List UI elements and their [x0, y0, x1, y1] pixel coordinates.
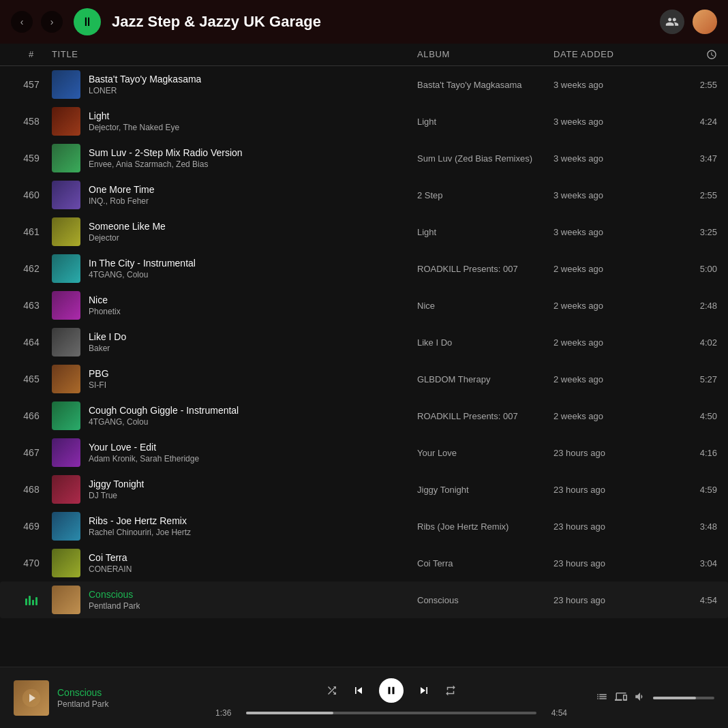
- track-duration: 4:50: [663, 411, 717, 421]
- track-number: 466: [11, 410, 52, 421]
- track-row[interactable]: 461 Someone Like Me Dejector Light 3 wee…: [0, 213, 728, 250]
- player-track-section: Conscious Pentland Park: [14, 680, 204, 716]
- queue-button[interactable]: [596, 691, 608, 706]
- track-thumbnail: [52, 475, 80, 504]
- track-thumbnail: [52, 549, 80, 577]
- track-row[interactable]: 465 PBG SI-FI GLBDOM Therapy 2 weeks ago…: [0, 361, 728, 397]
- track-row[interactable]: 463 Nice Phonetix Nice 2 weeks ago 2:48: [0, 287, 728, 324]
- track-info: Your Love - Edit Adam Kronik, Sarah Ethe…: [52, 438, 417, 467]
- track-artist: Baker: [89, 344, 126, 353]
- col-album: Album: [417, 49, 553, 60]
- track-info: Coi Terra CONERAIN: [52, 549, 417, 577]
- track-date: 23 hours ago: [553, 521, 663, 532]
- track-number: 461: [11, 226, 52, 237]
- track-row[interactable]: 462 In The City - Instrumental 4TGANG, C…: [0, 250, 728, 287]
- play-pause-button[interactable]: [379, 678, 404, 703]
- header-play-button[interactable]: ⏸: [74, 8, 101, 35]
- track-info: PBG SI-FI: [52, 365, 417, 393]
- track-album: Light: [417, 227, 553, 237]
- track-name: Jiggy Tonight: [89, 479, 144, 489]
- track-row[interactable]: Conscious Pentland Park Conscious 23 hou…: [0, 581, 728, 618]
- track-row[interactable]: 459 Sum Luv - 2-Step Mix Radio Version E…: [0, 140, 728, 177]
- track-name: Basta't Tayo'y Magkasama: [89, 74, 201, 85]
- track-name: Coi Terra: [89, 552, 132, 563]
- track-number: 462: [11, 263, 52, 274]
- user-avatar[interactable]: [693, 10, 717, 34]
- track-row[interactable]: 457 Basta't Tayo'y Magkasama LONER Basta…: [0, 66, 728, 103]
- bottom-player: Conscious Pentland Park: [0, 667, 728, 728]
- track-album: ROADKILL Presents: 007: [417, 264, 553, 274]
- track-text: Sum Luv - 2-Step Mix Radio Version Envee…: [89, 147, 243, 169]
- bars-icon: [25, 594, 37, 605]
- track-list: 457 Basta't Tayo'y Magkasama LONER Basta…: [0, 66, 728, 659]
- track-info: One More Time INQ., Rob Feher: [52, 181, 417, 209]
- player-thumb-art: [14, 680, 49, 716]
- track-info: Ribs - Joe Hertz Remix Rachel Chinouriri…: [52, 512, 417, 541]
- forward-button[interactable]: ›: [41, 11, 63, 33]
- track-duration: 4:02: [663, 337, 717, 348]
- track-info: Sum Luv - 2-Step Mix Radio Version Envee…: [52, 144, 417, 172]
- track-info: Cough Cough Giggle - Instrumental 4TGANG…: [52, 401, 417, 430]
- track-duration: 4:16: [663, 448, 717, 458]
- track-row[interactable]: 469 Ribs - Joe Hertz Remix Rachel Chinou…: [0, 508, 728, 545]
- track-artist: Dejector, The Naked Eye: [89, 123, 179, 132]
- track-text: In The City - Instrumental 4TGANG, Colou: [89, 258, 196, 279]
- track-date: 23 hours ago: [553, 558, 663, 568]
- devices-button[interactable]: [615, 691, 627, 706]
- track-name: Your Love - Edit: [89, 442, 199, 453]
- track-artist: CONERAIN: [89, 564, 132, 574]
- volume-button[interactable]: [634, 691, 646, 706]
- track-thumbnail: [52, 401, 80, 430]
- volume-slider[interactable]: [653, 697, 714, 699]
- track-name: PBG: [89, 368, 109, 379]
- playing-indicator: [11, 594, 52, 605]
- track-row[interactable]: 466 Cough Cough Giggle - Instrumental 4T…: [0, 397, 728, 434]
- playlist-title: Jazz Step & Jazzy UK Garage: [112, 13, 652, 31]
- track-row[interactable]: 470 Coi Terra CONERAIN Coi Terra 23 hour…: [0, 545, 728, 581]
- track-duration: 4:59: [663, 485, 717, 495]
- track-date: 2 weeks ago: [553, 337, 663, 348]
- nav-right: [660, 10, 717, 34]
- track-duration: 3:04: [663, 558, 717, 568]
- progress-bar[interactable]: [246, 712, 536, 714]
- track-row[interactable]: 468 Jiggy Tonight DJ True Jiggy Tonight …: [0, 471, 728, 508]
- track-info: Nice Phonetix: [52, 291, 417, 320]
- track-row[interactable]: 467 Your Love - Edit Adam Kronik, Sarah …: [0, 434, 728, 471]
- track-number: 467: [11, 447, 52, 458]
- track-duration: 3:47: [663, 153, 717, 164]
- player-controls: [326, 678, 457, 703]
- prev-button[interactable]: [352, 684, 365, 697]
- col-title: Title: [52, 49, 417, 60]
- track-number: 460: [11, 189, 52, 200]
- track-date: 2 weeks ago: [553, 264, 663, 274]
- track-thumbnail: [52, 181, 80, 209]
- friends-icon-button[interactable]: [660, 10, 684, 34]
- progress-bar-section: 1:36 4:54: [215, 708, 567, 718]
- track-thumbnail: [52, 328, 80, 357]
- track-row[interactable]: 464 Like I Do Baker Like I Do 2 weeks ag…: [0, 324, 728, 361]
- track-text: Like I Do Baker: [89, 331, 126, 353]
- track-info: Light Dejector, The Naked Eye: [52, 107, 417, 136]
- track-text: Light Dejector, The Naked Eye: [89, 110, 179, 132]
- track-number: 468: [11, 484, 52, 495]
- track-album: Your Love: [417, 448, 553, 458]
- track-thumbnail: [52, 512, 80, 541]
- track-artist: Envee, Ania Szarmach, Zed Bias: [89, 160, 243, 169]
- track-row[interactable]: 458 Light Dejector, The Naked Eye Light …: [0, 103, 728, 140]
- track-thumbnail: [52, 365, 80, 393]
- track-album: GLBDOM Therapy: [417, 374, 553, 384]
- back-button[interactable]: ‹: [11, 11, 33, 33]
- track-thumbnail: [52, 586, 80, 614]
- next-button[interactable]: [417, 684, 431, 697]
- track-date: 2 weeks ago: [553, 411, 663, 421]
- track-row[interactable]: 460 One More Time INQ., Rob Feher 2 Step…: [0, 177, 728, 213]
- repeat-button[interactable]: [444, 684, 457, 697]
- track-date: 2 weeks ago: [553, 301, 663, 311]
- player-right-controls: [578, 691, 714, 706]
- track-artist: 4TGANG, Colou: [89, 270, 196, 279]
- track-number: 469: [11, 521, 52, 532]
- shuffle-button[interactable]: [326, 684, 338, 697]
- track-duration: 4:24: [663, 117, 717, 127]
- track-name: Like I Do: [89, 331, 126, 342]
- track-number: 464: [11, 337, 52, 348]
